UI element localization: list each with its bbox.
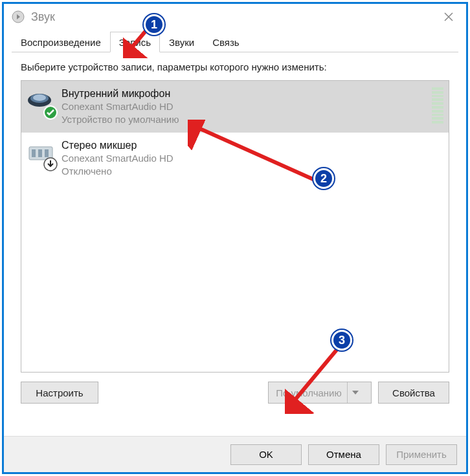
set-default-button[interactable]: По умолчанию xyxy=(268,382,372,404)
instruction-text: Выберите устройство записи, параметры ко… xyxy=(12,52,458,80)
tab-sounds[interactable]: Звуки xyxy=(160,32,203,52)
device-name: Стерео микшер xyxy=(62,139,443,152)
titlebar: Звук xyxy=(4,4,466,30)
tab-communications[interactable]: Связь xyxy=(203,32,248,52)
annotation-badge-2: 2 xyxy=(313,168,334,189)
svg-rect-6 xyxy=(32,149,36,157)
device-list: Внутренний микрофон Conexant SmartAudio … xyxy=(21,80,449,373)
device-status: Устройство по умолчанию xyxy=(62,113,428,126)
svg-point-3 xyxy=(33,94,46,101)
dialog-button-bar: OK Отмена Применить xyxy=(4,436,466,472)
device-name: Внутренний микрофон xyxy=(62,87,428,100)
configure-button[interactable]: Настроить xyxy=(21,382,98,404)
button-label: Применить xyxy=(396,449,447,460)
ok-button[interactable]: OK xyxy=(230,444,302,465)
microphone-icon xyxy=(25,87,56,118)
device-row[interactable]: Стерео микшер Conexant SmartAudio HD Отк… xyxy=(21,133,449,184)
tab-playback[interactable]: Воспроизведение xyxy=(12,32,110,52)
device-status: Отключено xyxy=(62,165,443,178)
sound-icon xyxy=(12,10,25,23)
bottom-button-row: Настроить По умолчанию Свойства xyxy=(12,373,458,410)
svg-rect-8 xyxy=(45,149,49,157)
annotation-badge-1: 1 xyxy=(144,14,164,35)
properties-button[interactable]: Свойства xyxy=(378,382,449,404)
badge-label: 3 xyxy=(339,334,345,347)
device-text: Внутренний микрофон Conexant SmartAudio … xyxy=(62,87,428,126)
button-label: Настроить xyxy=(36,387,83,398)
window-title: Звук xyxy=(31,10,434,24)
device-driver: Conexant SmartAudio HD xyxy=(62,152,443,165)
annotation-badge-3: 3 xyxy=(331,330,352,351)
mixer-icon xyxy=(25,139,56,170)
tabstrip: Воспроизведение Запись Звуки Связь xyxy=(12,31,458,52)
chevron-down-icon[interactable] xyxy=(347,382,364,403)
apply-button[interactable]: Применить xyxy=(386,444,457,465)
level-meter xyxy=(432,87,443,124)
button-label: По умолчанию xyxy=(276,387,341,398)
device-row[interactable]: Внутренний микрофон Conexant SmartAudio … xyxy=(21,81,449,133)
badge-label: 1 xyxy=(151,18,157,32)
cancel-button[interactable]: Отмена xyxy=(308,444,379,465)
button-label: Отмена xyxy=(326,449,361,460)
sound-dialog: Звук Воспроизведение Запись Звуки Связь … xyxy=(4,4,466,472)
button-label: OK xyxy=(259,449,273,460)
button-label: Свойства xyxy=(392,387,435,398)
close-button[interactable] xyxy=(434,7,464,27)
svg-rect-7 xyxy=(38,149,42,157)
badge-label: 2 xyxy=(320,172,327,186)
device-text: Стерео микшер Conexant SmartAudio HD Отк… xyxy=(62,139,443,178)
device-driver: Conexant SmartAudio HD xyxy=(62,100,428,113)
